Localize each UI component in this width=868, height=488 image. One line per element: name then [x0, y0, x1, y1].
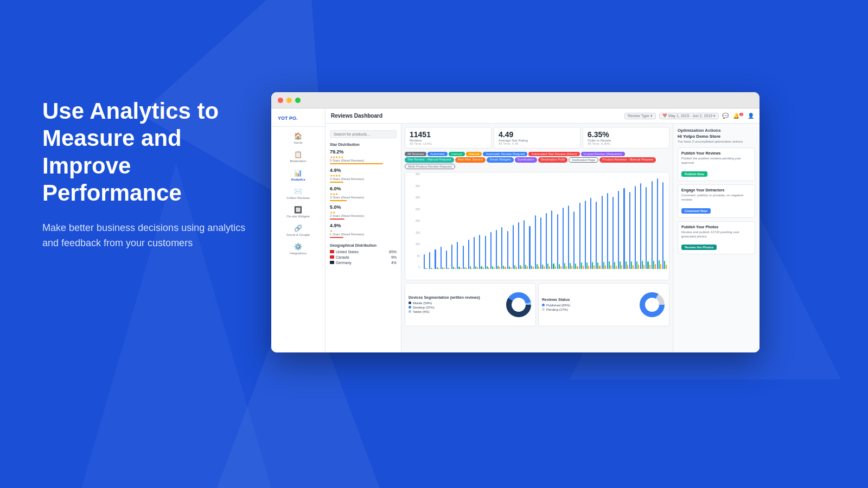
legend-published: Published (83%) [542, 304, 635, 307]
bar-blue [535, 215, 536, 269]
bar-yellow [610, 265, 611, 269]
bar-green [531, 266, 532, 269]
bar-green [537, 264, 538, 269]
tag-mail-after[interactable]: Mail After Service [455, 157, 486, 163]
main-content: Reviews Dashboard Review Type ▾ 📅 May 1,… [326, 108, 760, 352]
geo-section: Geographical Distribution United States … [330, 243, 397, 265]
legend-desktop: Desktop (37%) [409, 306, 502, 309]
tag-dedicated-page[interactable]: Dedicated Page [569, 157, 598, 163]
dashboard-body: Star Distribution 79.2% ★★★★★ 5 Stars (R… [326, 124, 760, 352]
product-search-input[interactable] [330, 130, 397, 138]
bar-group [429, 252, 433, 269]
app-layout: YOT PO. 🏠 Home 📋 Moderation 📊 Analytics … [271, 108, 760, 352]
hero-subtext: Make better business decisions using ana… [42, 220, 259, 252]
bar-green [581, 262, 582, 269]
star-dist-3: 6.0% ★★★ 3 Stars (Read Reviews) [330, 186, 397, 201]
percent-ca: 9% [391, 255, 397, 259]
bar-green [448, 268, 449, 269]
sidebar-item-collect-reviews[interactable]: ✉️ Collect Reviews [271, 184, 325, 203]
tag-instruct[interactable]: Instruct [449, 152, 465, 156]
bar-yellow [560, 266, 561, 269]
sidebar-item-onsite-widgets[interactable]: 🔲 On-site Widgets [271, 203, 325, 221]
opt-card-2-desc: Comment, publicly or privately, on negat… [681, 193, 751, 202]
bar-group [568, 206, 572, 269]
tag-inpost[interactable]: In-post Review (Requests) [581, 152, 625, 156]
tag-auto-review-request[interactable]: Automatic Review Request [483, 152, 527, 156]
tag-dest-pulls[interactable]: Destination Pulls [538, 157, 568, 163]
bar-blue [463, 246, 464, 269]
star-3-label: 3 Stars (Read Reviews) [330, 196, 397, 199]
sidebar-item-integrations[interactable]: ⚙️ Integrations [271, 240, 325, 258]
pending-label: Pending (17%) [546, 308, 568, 311]
sidebar-item-home[interactable]: 🏠 Home [271, 129, 325, 147]
bar-yellow [660, 264, 661, 269]
y-label-400: 400 [416, 172, 420, 176]
star-dist-1: 4.9% ★ 1 Stars (Read Reviews) [330, 223, 397, 238]
bar-green [464, 267, 465, 269]
sidebar-label-social: Social & Google [286, 233, 310, 236]
bar-blue [579, 203, 580, 269]
tag-automatic[interactable]: Automatic [427, 152, 448, 156]
tag-manual[interactable]: Manual [466, 152, 482, 156]
bar-group [435, 249, 439, 269]
bar-group [457, 242, 461, 269]
bar-green [592, 262, 593, 269]
logo-area: YOT PO. [271, 113, 325, 127]
date-range-filter[interactable]: 📅 May 1, 2015 - Jun 2, 2019 ▾ [659, 113, 719, 119]
user-icon[interactable]: 👤 [748, 113, 754, 119]
bar-green [487, 266, 488, 269]
sidebar-item-analytics[interactable]: 📊 Analytics [271, 166, 325, 184]
filter-tags: All Sources Automatic Instruct Manual Au… [405, 152, 669, 169]
heading-line2: Measure and Improve [42, 125, 182, 178]
svg-point-3 [513, 299, 525, 311]
bar-blue [646, 187, 647, 269]
chat-icon[interactable]: 💬 [722, 113, 729, 119]
traffic-light-green[interactable] [295, 98, 301, 103]
bar-blue [563, 208, 564, 269]
sidebar-item-moderation[interactable]: 📋 Moderation [271, 147, 325, 166]
order-review-number: 6.35% [588, 130, 665, 139]
tag-site-review[interactable]: Site Review - Manual Request [405, 157, 454, 163]
reviews-status-donut [639, 291, 666, 318]
tag-all-sources[interactable]: All Sources [405, 152, 426, 156]
widgets-icon: 🔲 [294, 206, 302, 214]
bar-yellow [538, 266, 539, 269]
review-photos-button[interactable]: Review the Photos [681, 245, 717, 250]
tag-smart-widgets[interactable]: Smart Widgets [487, 157, 513, 163]
traffic-light-red[interactable] [278, 98, 283, 103]
heading-line3: Performance [42, 180, 182, 206]
bar-group [529, 226, 533, 269]
sidebar-item-social[interactable]: 🔗 Social & Google [271, 221, 325, 240]
tag-syndication[interactable]: Syndication [515, 157, 537, 163]
bar-group [640, 183, 644, 269]
bar-group [596, 202, 600, 269]
tag-multi-product[interactable]: Multi-Product Review Request [405, 164, 455, 169]
bar-blue [529, 226, 530, 269]
bar-blue [657, 178, 658, 269]
country-us: United States [336, 250, 359, 254]
publish-now-button[interactable]: Publish Now [681, 171, 707, 177]
bar-blue [623, 188, 624, 269]
star-4-percent: 4.9% [330, 168, 397, 173]
tag-product-reviews[interactable]: Product Reviews - Manual Request [599, 157, 656, 163]
traffic-light-yellow[interactable] [286, 98, 292, 103]
bar-group [623, 188, 628, 269]
opt-card-engage-detractors: Engage Your Detractors Comment, publicly… [678, 184, 755, 218]
rating-number: 4.49 [499, 130, 576, 139]
bar-yellow [505, 267, 506, 269]
star-dist-2: 5.0% ★★ 2 Stars (Read Reviews) [330, 204, 397, 220]
bar-yellow [499, 267, 500, 269]
bar-group [451, 245, 456, 269]
tablet-dot [409, 310, 411, 313]
bar-blue [557, 214, 558, 269]
right-panel: Optimization Actions Hi Yotpo Demo Store… [673, 124, 760, 352]
optimization-greeting: Hi Yotpo Demo Store [678, 134, 755, 139]
bar-blue [568, 206, 569, 269]
bar-group [513, 225, 517, 269]
bell-icon[interactable]: 🔔3 [733, 113, 743, 119]
bar-blue [441, 247, 442, 269]
tag-auto-star-review[interactable]: Automated Star Review (Direct) [528, 152, 579, 156]
bar-yellow [483, 267, 484, 269]
comment-now-button[interactable]: Comment Now [681, 208, 711, 214]
review-type-filter[interactable]: Review Type ▾ [624, 113, 656, 119]
